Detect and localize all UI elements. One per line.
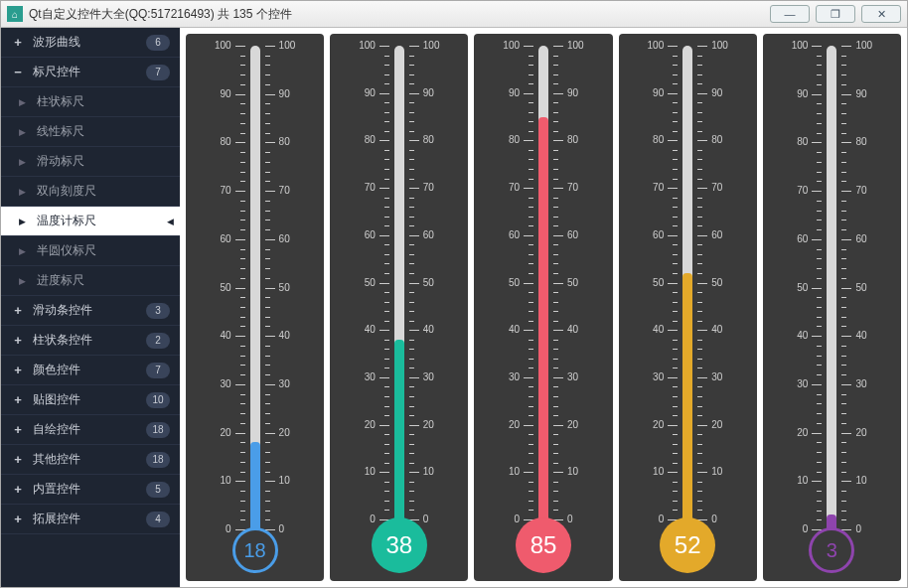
tube-fill (538, 117, 548, 519)
tick-minor (529, 491, 533, 492)
tick-minor (553, 273, 558, 274)
tick-minor (529, 463, 533, 464)
sidebar-category-label: 自绘控件 (33, 421, 146, 438)
sidebar-subitem[interactable]: ▶柱状标尺 (1, 87, 180, 117)
tick-major (697, 472, 707, 473)
thermometer-tube (247, 46, 263, 529)
tick-major (841, 433, 851, 434)
tick-minor (529, 217, 533, 218)
tick-minor (841, 501, 846, 502)
tick-minor (697, 263, 702, 264)
scale-left: 0102030405060708090100 (350, 46, 389, 519)
tick-minor (841, 452, 846, 453)
tick-minor (817, 278, 822, 279)
tick-minor (240, 152, 245, 153)
tick-label: 90 (855, 89, 866, 99)
tick-minor (553, 159, 558, 160)
tick-minor (529, 321, 533, 322)
sidebar-category-label: 波形曲线 (33, 34, 146, 51)
sidebar-subitem[interactable]: ▶进度标尺 (1, 266, 180, 296)
chevron-right-icon: ▶ (19, 246, 27, 256)
minimize-button[interactable]: — (770, 5, 810, 23)
sidebar-subitem[interactable]: ▶滑动标尺 (1, 147, 180, 177)
tick-label: 100 (567, 41, 584, 51)
tick-label: 30 (711, 372, 722, 382)
tick-minor (697, 368, 702, 368)
sidebar-category[interactable]: +自绘控件18 (1, 415, 180, 445)
tick-major (841, 481, 851, 482)
tick-minor (841, 84, 846, 85)
sidebar-subitem-label: 温度计标尺 (37, 213, 96, 229)
sidebar-category[interactable]: +柱状条控件2 (1, 326, 180, 356)
sidebar-subitem[interactable]: ▶温度计标尺 (1, 207, 180, 236)
tick-major (812, 433, 822, 434)
maximize-button[interactable]: ❐ (816, 5, 855, 23)
tick-major (409, 140, 419, 141)
sidebar-subitem[interactable]: ▶半圆仪标尺 (1, 236, 180, 266)
tick-minor (384, 207, 389, 208)
tick-minor (697, 102, 702, 103)
sidebar-category[interactable]: −标尺控件7 (1, 58, 180, 87)
tick-label: 40 (653, 325, 664, 335)
tick-label: 100 (279, 41, 296, 51)
tick-minor (409, 368, 414, 368)
sidebar-category[interactable]: +内置控件5 (1, 475, 180, 505)
tick-minor (265, 220, 270, 220)
tick-minor (673, 292, 678, 293)
category-count-badge: 10 (146, 392, 170, 408)
tick-minor (817, 472, 822, 473)
close-button[interactable]: ✕ (861, 5, 901, 23)
sidebar-category[interactable]: +其他控件18 (1, 445, 180, 475)
tick-minor (240, 297, 245, 298)
tick-minor (673, 56, 678, 57)
tick-label: 10 (797, 476, 808, 486)
tick-minor (240, 211, 245, 212)
sidebar-category[interactable]: +滑动条控件3 (1, 296, 180, 326)
tick-minor (529, 112, 533, 113)
sidebar-subitem[interactable]: ▶双向刻度尺 (1, 177, 180, 207)
tick-major (668, 425, 678, 426)
tick-minor (697, 453, 702, 454)
category-count-badge: 6 (146, 35, 170, 51)
tick-major (841, 288, 851, 289)
tick-minor (817, 162, 822, 163)
tick-major (409, 188, 419, 189)
sidebar-category[interactable]: +颜色控件7 (1, 356, 180, 385)
tick-major (553, 93, 563, 94)
tick-minor (409, 254, 414, 255)
thermometer-tube (680, 46, 695, 519)
sidebar-subitem[interactable]: ▶线性标尺 (1, 117, 180, 147)
tick-minor (529, 311, 533, 312)
tick-minor (529, 482, 533, 483)
tick-minor (240, 501, 245, 502)
tick-label: 0 (659, 514, 665, 524)
scale-right: 0102030405060708090100 (265, 46, 305, 529)
tick-label: 70 (567, 183, 578, 193)
tick-major (697, 188, 707, 189)
plus-icon: + (11, 392, 25, 407)
tick-label: 0 (803, 524, 809, 534)
tick-label: 70 (797, 186, 808, 196)
tick-minor (409, 207, 414, 208)
tick-minor (265, 201, 270, 202)
sidebar-category[interactable]: +波形曲线6 (1, 28, 180, 58)
tick-label: 40 (279, 331, 290, 341)
tick-major (553, 330, 563, 331)
tick-minor (240, 268, 245, 269)
tick-label: 0 (423, 514, 429, 524)
tick-minor (384, 396, 389, 397)
sidebar-category[interactable]: +贴图控件10 (1, 385, 180, 415)
tick-label: 20 (365, 420, 376, 430)
tick-minor (673, 311, 678, 312)
tick-minor (673, 501, 678, 502)
tick-major (235, 384, 245, 385)
sidebar-category[interactable]: +拓展控件4 (1, 505, 180, 534)
tick-major (409, 46, 419, 47)
tick-label: 50 (279, 283, 290, 293)
tick-minor (697, 159, 702, 160)
tick-minor (841, 133, 846, 134)
thermometer-scale: 0102030405060708090100010203040506070809… (763, 46, 901, 529)
sidebar-subitem-label: 进度标尺 (37, 272, 84, 289)
tick-label: 30 (567, 372, 578, 382)
tick-minor (240, 346, 245, 347)
